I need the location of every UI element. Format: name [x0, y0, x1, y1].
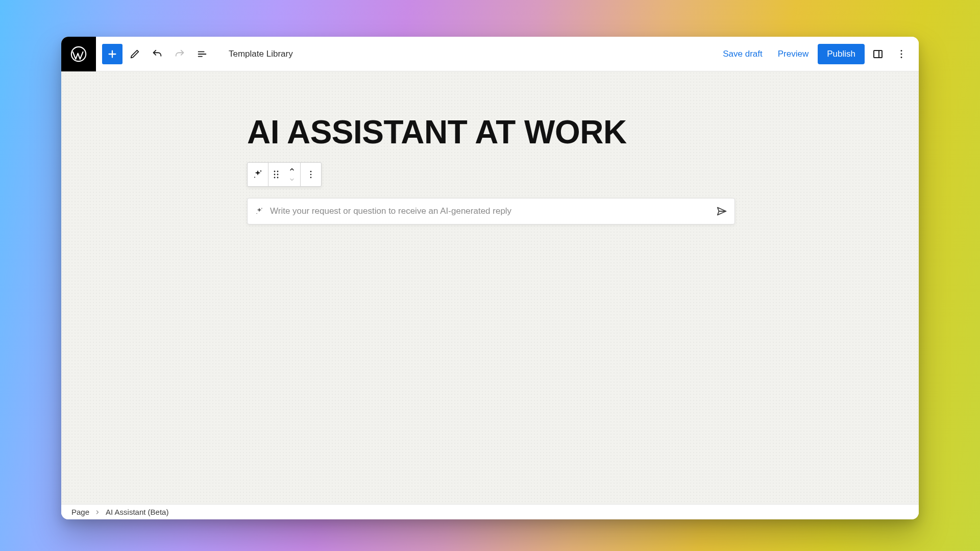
move-down-button[interactable] [288, 174, 296, 185]
svg-point-6 [260, 170, 261, 171]
edit-tool-button[interactable] [125, 44, 145, 64]
svg-point-8 [274, 171, 276, 172]
sparkle-icon [255, 207, 264, 216]
svg-point-9 [277, 171, 279, 172]
list-icon [197, 48, 208, 60]
document-outline-button[interactable] [192, 44, 212, 64]
more-vertical-icon [896, 48, 907, 60]
block-more-button[interactable] [301, 163, 321, 186]
svg-rect-1 [874, 51, 882, 58]
drag-icon [273, 170, 280, 179]
toolbar-right-group: Save draft Preview Publish [717, 44, 919, 64]
toolbar-left-group: Template Library [96, 44, 293, 64]
add-block-button[interactable] [102, 44, 122, 64]
template-library-label[interactable]: Template Library [229, 49, 293, 59]
chevron-right-icon [94, 509, 101, 515]
drag-handle[interactable] [268, 163, 284, 186]
block-toolbar [247, 162, 322, 187]
undo-icon [152, 48, 163, 60]
editor-window: Template Library Save draft Preview Publ… [61, 37, 919, 519]
breadcrumb-current[interactable]: AI Assistant (Beta) [106, 508, 168, 516]
pencil-icon [129, 48, 140, 60]
svg-point-3 [901, 50, 902, 52]
breadcrumb-root[interactable]: Page [71, 508, 89, 516]
undo-button[interactable] [147, 44, 167, 64]
ai-block-type-button[interactable] [248, 163, 268, 186]
breadcrumb: Page AI Assistant (Beta) [61, 504, 919, 519]
move-up-button[interactable] [288, 164, 296, 174]
settings-sidebar-toggle[interactable] [868, 44, 888, 64]
svg-point-10 [274, 174, 276, 176]
send-button[interactable] [716, 206, 727, 217]
svg-point-16 [310, 177, 312, 179]
page-title[interactable]: AI ASSISTANT AT WORK [247, 113, 627, 151]
svg-point-11 [277, 174, 279, 176]
chevron-up-icon [288, 166, 296, 172]
save-draft-button[interactable]: Save draft [717, 45, 769, 63]
more-options-button[interactable] [891, 44, 912, 64]
svg-point-15 [310, 174, 312, 176]
svg-point-17 [261, 208, 262, 209]
preview-button[interactable]: Preview [772, 45, 815, 63]
plus-icon [107, 48, 118, 60]
svg-point-5 [901, 56, 902, 58]
ai-prompt-input[interactable] [270, 206, 710, 216]
wordpress-home-button[interactable] [61, 37, 96, 71]
svg-point-7 [254, 177, 255, 178]
svg-point-4 [901, 53, 902, 55]
wordpress-icon [70, 45, 87, 63]
svg-point-18 [256, 213, 257, 214]
svg-point-14 [310, 171, 312, 172]
send-icon [716, 206, 727, 217]
editor-canvas[interactable]: AI ASSISTANT AT WORK lock [61, 71, 919, 504]
sidebar-icon [872, 48, 884, 60]
editor-topbar: Template Library Save draft Preview Publ… [61, 37, 919, 71]
redo-icon [174, 48, 185, 60]
ai-assistant-block[interactable] [247, 198, 735, 224]
svg-point-12 [274, 177, 276, 179]
more-vertical-icon [306, 169, 316, 180]
sparkle-icon [252, 169, 263, 180]
redo-button[interactable] [169, 44, 190, 64]
chevron-down-icon [288, 177, 296, 183]
block-mover [284, 163, 300, 186]
svg-point-13 [277, 177, 279, 179]
publish-button[interactable]: Publish [818, 44, 865, 64]
